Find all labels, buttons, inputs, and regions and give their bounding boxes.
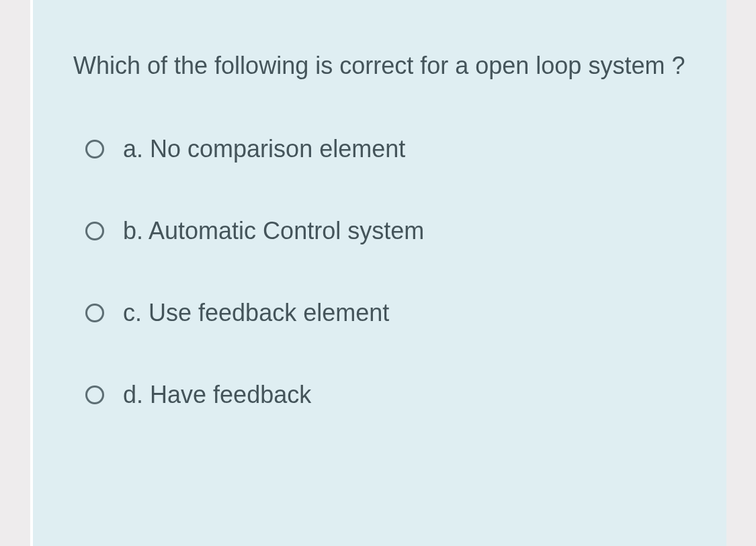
option-letter-c: c. xyxy=(123,299,142,326)
option-letter-d: d. xyxy=(123,381,143,408)
radio-button-b[interactable] xyxy=(85,222,104,240)
options-container: a. No comparison element b. Automatic Co… xyxy=(73,135,686,409)
option-row-d[interactable]: d. Have feedback xyxy=(85,381,686,409)
option-label-c[interactable]: c. Use feedback element xyxy=(123,299,389,327)
option-label-a[interactable]: a. No comparison element xyxy=(123,135,405,163)
option-label-b[interactable]: b. Automatic Control system xyxy=(123,217,424,245)
option-label-d[interactable]: d. Have feedback xyxy=(123,381,311,409)
option-text-a: No comparison element xyxy=(150,135,405,163)
option-row-a[interactable]: a. No comparison element xyxy=(85,135,686,163)
option-text-d: Have feedback xyxy=(150,381,311,408)
radio-button-a[interactable] xyxy=(85,140,104,158)
option-letter-b: b. xyxy=(123,217,143,244)
option-row-b[interactable]: b. Automatic Control system xyxy=(85,217,686,245)
quiz-card: Which of the following is correct for a … xyxy=(30,0,726,546)
option-text-c: Use feedback element xyxy=(149,299,389,326)
question-text: Which of the following is correct for a … xyxy=(73,47,686,85)
option-letter-a: a. xyxy=(123,135,143,163)
option-text-b: Automatic Control system xyxy=(149,217,424,244)
radio-button-d[interactable] xyxy=(85,385,104,404)
radio-button-c[interactable] xyxy=(85,304,104,322)
option-row-c[interactable]: c. Use feedback element xyxy=(85,299,686,327)
